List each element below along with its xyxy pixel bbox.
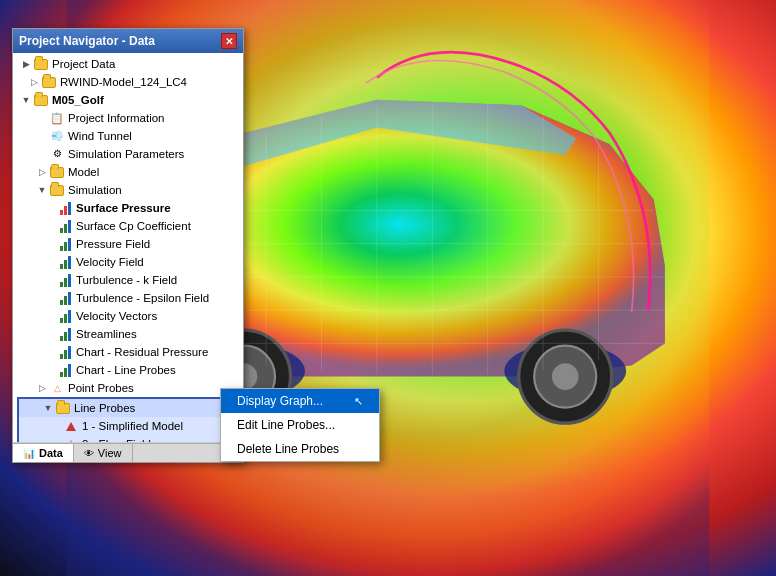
svg-point-8 — [552, 363, 579, 390]
folder-icon-model — [49, 164, 65, 180]
expand-spacer-p1 — [51, 421, 61, 431]
tree-item-wind-tunnel[interactable]: 💨 Wind Tunnel — [13, 127, 243, 145]
tree-item-streamlines[interactable]: Streamlines — [13, 325, 243, 343]
label-streamlines: Streamlines — [76, 326, 137, 342]
expand-spacer-cr — [45, 347, 55, 357]
tree-item-project-info[interactable]: 📋 Project Information — [13, 109, 243, 127]
tree-item-velocity-field[interactable]: Velocity Field — [13, 253, 243, 271]
expand-icon-pp: ▷ — [37, 383, 47, 393]
label-probe-1: 1 - Simplified Model — [82, 418, 183, 434]
expand-spacer-sl — [45, 329, 55, 339]
line-probes-group: ▼ Line Probes 1 - Simplified Model — [17, 397, 239, 443]
expand-icon-m05golf: ▼ — [21, 95, 31, 105]
label-velocity-vectors: Velocity Vectors — [76, 308, 157, 324]
tree-item-velocity-vectors[interactable]: Velocity Vectors — [13, 307, 243, 325]
navigator-panel: Project Navigator - Data ✕ ▶ Project Dat… — [12, 28, 244, 463]
tree-item-line-probes[interactable]: ▼ Line Probes — [19, 399, 237, 417]
expand-spacer-vf — [45, 257, 55, 267]
label-wind-tunnel: Wind Tunnel — [68, 128, 132, 144]
expand-spacer-cp — [45, 221, 55, 231]
expand-spacer-te — [45, 293, 55, 303]
bar-icon-te — [57, 290, 73, 306]
label-project-data: Project Data — [52, 56, 115, 72]
tree-item-surface-pressure[interactable]: Surface Pressure — [13, 199, 243, 217]
display-graph-label: Display Graph... — [237, 394, 323, 408]
probes-icon: △ — [49, 380, 65, 396]
panel-title: Project Navigator - Data — [19, 34, 155, 48]
tab-data[interactable]: 📊 Data — [13, 444, 74, 462]
label-project-info: Project Information — [68, 110, 165, 126]
context-menu-item-edit-probes[interactable]: Edit Line Probes... — [221, 413, 379, 437]
bar-icon-cr — [57, 344, 73, 360]
panel-titlebar: Project Navigator - Data ✕ — [13, 29, 243, 53]
label-surface-cp: Surface Cp Coefficient — [76, 218, 191, 234]
panel-close-button[interactable]: ✕ — [221, 33, 237, 49]
label-chart-residual: Chart - Residual Pressure — [76, 344, 208, 360]
wind-icon: 💨 — [49, 128, 65, 144]
label-point-probes: Point Probes — [68, 380, 134, 396]
expand-spacer-vv — [45, 311, 55, 321]
tree-item-m05golf[interactable]: ▼ M05_Golf — [13, 91, 243, 109]
gear-icon: ⚙ — [49, 146, 65, 162]
label-model: Model — [68, 164, 99, 180]
expand-icon-rwind: ▷ — [29, 77, 39, 87]
label-pressure-field: Pressure Field — [76, 236, 150, 252]
label-turb-eps: Turbulence - Epsilon Field — [76, 290, 209, 306]
label-chart-line: Chart - Line Probes — [76, 362, 176, 378]
label-surface-pressure: Surface Pressure — [76, 200, 171, 216]
cursor-indicator: ↖ — [354, 395, 363, 408]
tree-item-chart-residual[interactable]: Chart - Residual Pressure — [13, 343, 243, 361]
delete-probes-label: Delete Line Probes — [237, 442, 339, 456]
data-tab-icon: 📊 — [23, 448, 35, 459]
expand-spacer-wind — [37, 131, 47, 141]
triangle-icon-probe-2 — [63, 436, 79, 443]
tree-item-turb-k[interactable]: Turbulence - k Field — [13, 271, 243, 289]
bar-icon-tk — [57, 272, 73, 288]
label-simulation: Simulation — [68, 182, 122, 198]
folder-icon-simulation — [49, 182, 65, 198]
label-velocity-field: Velocity Field — [76, 254, 144, 270]
expand-spacer-sp — [45, 203, 55, 213]
folder-icon-rwind — [41, 74, 57, 90]
tree-item-project-data[interactable]: ▶ Project Data — [13, 55, 243, 73]
expand-icon-model: ▷ — [37, 167, 47, 177]
bar-icon-pf — [57, 236, 73, 252]
view-tab-icon: 👁 — [84, 448, 94, 459]
folder-icon-lp — [55, 400, 71, 416]
label-turb-k: Turbulence - k Field — [76, 272, 177, 288]
expand-spacer-pf — [45, 239, 55, 249]
panel-footer: 📊 Data 👁 View — [13, 443, 243, 462]
tree-item-surface-cp[interactable]: Surface Cp Coefficient — [13, 217, 243, 235]
data-tab-label: Data — [39, 447, 63, 459]
tree-item-point-probes[interactable]: ▷ △ Point Probes — [13, 379, 243, 397]
tree-item-probe-1[interactable]: 1 - Simplified Model — [19, 417, 237, 435]
tree-item-chart-line[interactable]: Chart - Line Probes — [13, 361, 243, 379]
expand-spacer-cl — [45, 365, 55, 375]
expand-spacer-info — [37, 113, 47, 123]
bar-icon-surface-pressure — [57, 200, 73, 216]
bar-icon-vf — [57, 254, 73, 270]
tree-item-model[interactable]: ▷ Model — [13, 163, 243, 181]
label-rwind: RWIND-Model_124_LC4 — [60, 74, 187, 90]
tree-item-rwind[interactable]: ▷ RWIND-Model_124_LC4 — [13, 73, 243, 91]
bar-icon-cp — [57, 218, 73, 234]
tree-item-pressure-field[interactable]: Pressure Field — [13, 235, 243, 253]
context-menu: Display Graph... ↖ Edit Line Probes... D… — [220, 388, 380, 462]
tree-container: ▶ Project Data ▷ RWIND-Model_124_LC4 ▼ M… — [13, 53, 243, 443]
bar-icon-sl — [57, 326, 73, 342]
tab-view[interactable]: 👁 View — [74, 444, 133, 462]
triangle-icon-probe-1 — [63, 418, 79, 434]
label-sim-params: Simulation Parameters — [68, 146, 184, 162]
folder-icon-m05golf — [33, 92, 49, 108]
tree-item-probe-2[interactable]: 2 - Flow Field — [19, 435, 237, 443]
tree-item-sim-params[interactable]: ⚙ Simulation Parameters — [13, 145, 243, 163]
context-menu-item-delete-probes[interactable]: Delete Line Probes — [221, 437, 379, 461]
bar-icon-vv — [57, 308, 73, 324]
bar-icon-cl — [57, 362, 73, 378]
tree-item-turb-eps[interactable]: Turbulence - Epsilon Field — [13, 289, 243, 307]
tree-item-simulation[interactable]: ▼ Simulation — [13, 181, 243, 199]
context-menu-item-display-graph[interactable]: Display Graph... ↖ — [221, 389, 379, 413]
label-m05golf: M05_Golf — [52, 92, 104, 108]
view-tab-label: View — [98, 447, 122, 459]
expand-icon-project-data: ▶ — [21, 59, 31, 69]
